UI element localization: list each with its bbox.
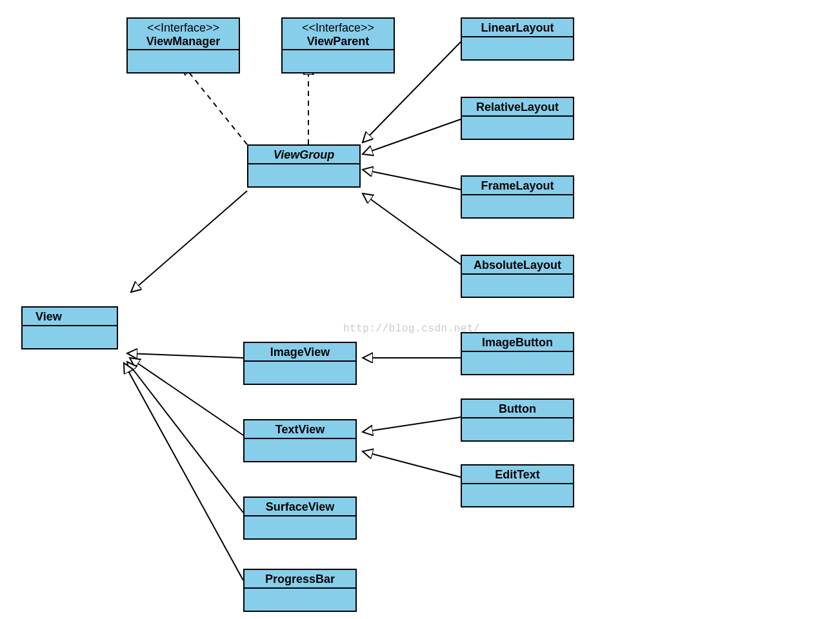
uml-title: TextView [245, 420, 355, 439]
uml-class-button: Button [461, 398, 574, 442]
uml-title: SurfaceView [245, 498, 355, 516]
class-name: FrameLayout [481, 179, 554, 192]
uml-class-viewmanager: <<Interface>> ViewManager [126, 17, 240, 74]
uml-title: ViewGroup [248, 146, 359, 164]
class-name: ViewGroup [274, 148, 334, 161]
watermark-text: http://blog.csdn.net/ [343, 323, 480, 335]
class-name: SurfaceView [266, 500, 335, 513]
uml-body [462, 117, 573, 139]
uml-body [462, 352, 573, 374]
uml-body [245, 589, 355, 611]
svg-line-12 [363, 417, 461, 432]
uml-class-linearlayout: LinearLayout [461, 17, 574, 61]
uml-connectors [0, 0, 840, 619]
svg-line-10 [124, 363, 243, 580]
uml-class-viewparent: <<Interface>> ViewParent [281, 17, 395, 74]
uml-title: ImageButton [462, 333, 573, 352]
uml-title: EditText [462, 466, 573, 484]
stereotype-label: <<Interface>> [132, 21, 235, 35]
uml-title: AbsoluteLayout [462, 256, 573, 275]
class-name: View [35, 310, 62, 323]
svg-line-9 [127, 362, 243, 513]
class-name: ViewParent [307, 35, 370, 48]
class-name: Button [499, 402, 536, 415]
uml-class-framelayout: FrameLayout [461, 175, 574, 219]
uml-body [462, 484, 573, 506]
uml-class-progressbar: ProgressBar [243, 569, 357, 612]
svg-line-6 [363, 193, 461, 264]
uml-title: FrameLayout [462, 177, 573, 195]
svg-line-13 [363, 451, 461, 477]
class-name: RelativeLayout [476, 101, 559, 113]
class-name: ViewManager [146, 35, 221, 48]
class-name: TextView [275, 423, 325, 436]
uml-body [245, 516, 355, 538]
uml-class-surfaceview: SurfaceView [243, 496, 357, 540]
stereotype-label: <<Interface>> [286, 21, 390, 35]
svg-line-2 [131, 191, 247, 292]
uml-body [462, 37, 573, 59]
uml-class-imageview: ImageView [243, 342, 357, 385]
class-name: LinearLayout [481, 21, 554, 34]
uml-title: LinearLayout [462, 19, 573, 37]
svg-line-7 [127, 353, 243, 358]
uml-body [128, 50, 239, 72]
uml-body [462, 195, 573, 217]
svg-line-5 [363, 170, 461, 190]
class-name: AbsoluteLayout [474, 259, 561, 271]
uml-class-imagebutton: ImageButton [461, 332, 574, 375]
uml-class-view: View [21, 306, 118, 349]
uml-body [248, 164, 359, 186]
class-name: ProgressBar [265, 573, 335, 585]
uml-body [462, 418, 573, 440]
uml-class-textview: TextView [243, 419, 357, 462]
uml-body [245, 439, 355, 461]
svg-line-4 [363, 119, 461, 154]
uml-title: ProgressBar [245, 570, 355, 589]
uml-title: ImageView [245, 343, 355, 362]
svg-line-8 [130, 358, 243, 435]
svg-line-0 [183, 64, 247, 144]
uml-body [283, 50, 394, 72]
uml-class-relativelayout: RelativeLayout [461, 97, 574, 140]
class-name: ImageButton [482, 336, 553, 349]
class-name: ImageView [270, 346, 330, 359]
uml-body [462, 275, 573, 297]
uml-body [23, 326, 117, 348]
uml-title: RelativeLayout [462, 98, 573, 117]
uml-body [245, 362, 355, 384]
uml-title: View [23, 308, 117, 326]
uml-title: <<Interface>> ViewManager [128, 19, 239, 50]
uml-title: Button [462, 400, 573, 418]
uml-class-viewgroup: ViewGroup [247, 144, 361, 188]
uml-class-absolutelayout: AbsoluteLayout [461, 255, 574, 298]
uml-title: <<Interface>> ViewParent [283, 19, 394, 50]
uml-class-edittext: EditText [461, 464, 574, 507]
class-name: EditText [495, 468, 540, 481]
